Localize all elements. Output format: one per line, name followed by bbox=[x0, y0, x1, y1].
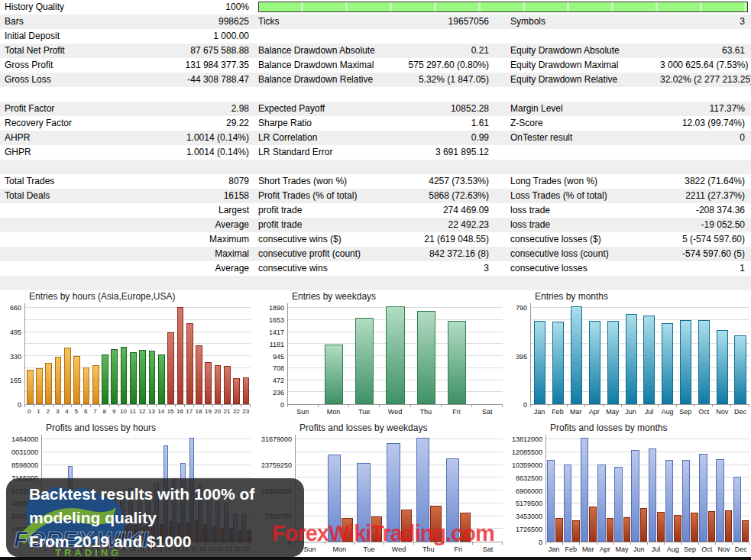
loss-bar bbox=[607, 518, 614, 542]
profit-bar bbox=[597, 465, 605, 542]
bar bbox=[680, 320, 691, 404]
x-tick-label: 19 bbox=[203, 407, 212, 416]
y-tick-label: 790 bbox=[516, 304, 527, 312]
y-tick-label: 0 bbox=[18, 401, 21, 409]
x-tick-label: Feb bbox=[562, 545, 579, 554]
bar-slot bbox=[288, 308, 319, 404]
bar-slot bbox=[694, 308, 713, 404]
stat-label: Balance Drawdown Maximal bbox=[252, 58, 405, 73]
stats-row: Averageprofit trade22 492.23loss trade-1… bbox=[0, 218, 751, 232]
stat-label bbox=[489, 160, 660, 174]
bar-slot bbox=[585, 308, 604, 404]
bar bbox=[158, 354, 165, 404]
bar-slot bbox=[640, 308, 659, 404]
stat-value: 1.0014 (0.14%) bbox=[130, 131, 252, 145]
x-tick-label: Fri bbox=[441, 407, 471, 416]
stat-label: consecutive losses ($) bbox=[489, 232, 660, 247]
y-tick-label: 31679000 bbox=[261, 435, 292, 443]
chart-title: Entries by weekdays bbox=[292, 291, 503, 303]
bar-slot bbox=[699, 439, 716, 542]
stat-value bbox=[405, 276, 489, 290]
bar bbox=[64, 348, 71, 404]
stats-row: Gross Loss-44 308 788.47Balance Drawdown… bbox=[0, 73, 751, 87]
stats-row: Bars998625Ticks19657056Symbols3 bbox=[0, 15, 751, 29]
bar bbox=[186, 323, 193, 404]
stat-label: Total Net Profit bbox=[0, 44, 130, 58]
x-tick-label: Jul bbox=[640, 407, 659, 416]
bar-slot bbox=[731, 308, 749, 404]
x-tick-label: Wed bbox=[380, 407, 410, 416]
stat-label bbox=[252, 160, 405, 174]
bar-slot bbox=[194, 308, 203, 404]
bar-slot bbox=[563, 439, 580, 542]
bar-slot bbox=[176, 308, 185, 404]
x-tick-label: Nov bbox=[713, 407, 731, 416]
bar bbox=[386, 306, 404, 404]
x-tick-label: 4 bbox=[62, 407, 71, 416]
bar-slot bbox=[546, 439, 563, 542]
bar-slot bbox=[91, 308, 100, 404]
bar bbox=[196, 345, 202, 404]
stat-value: 117.37% bbox=[660, 102, 751, 116]
stat-label: loss trade bbox=[489, 218, 660, 232]
stat-value: 10852.28 bbox=[405, 102, 489, 116]
stat-value: 1 bbox=[660, 261, 751, 276]
stat-value: 0.99 bbox=[405, 131, 489, 145]
stat-value: 3 000 625.64 (7.53%) bbox=[660, 58, 751, 73]
stat-label bbox=[489, 276, 660, 290]
stat-value bbox=[130, 87, 252, 102]
stat-value: 16158 bbox=[130, 189, 252, 203]
stat-value: Average bbox=[130, 261, 252, 276]
x-tick-label: 12 bbox=[138, 407, 147, 416]
stats-row bbox=[0, 276, 751, 290]
stat-value: 22 492.23 bbox=[405, 218, 489, 232]
stat-label bbox=[0, 232, 130, 247]
x-tick-label: Tue bbox=[349, 407, 380, 416]
stats-row: Gross Profit131 984 377.35Balance Drawdo… bbox=[0, 58, 751, 73]
bar-slot bbox=[604, 308, 622, 404]
x-tick-label: Jun bbox=[630, 545, 647, 554]
y-tick-label: 495 bbox=[10, 329, 21, 336]
x-tick-label: 22 bbox=[231, 407, 241, 416]
bar-slot bbox=[713, 308, 731, 404]
x-tick-label: May bbox=[604, 407, 622, 416]
stat-label bbox=[0, 247, 130, 261]
y-tick-label: 1890 bbox=[269, 304, 284, 312]
x-tick-label: Mar bbox=[567, 407, 585, 416]
bar-slot bbox=[442, 308, 472, 404]
x-tick-label: 10 bbox=[118, 407, 128, 416]
bar bbox=[205, 362, 212, 404]
bar-slot bbox=[659, 308, 677, 404]
stat-value: -44 308 788.47 bbox=[130, 73, 252, 87]
stat-value: 3 691 895.12 bbox=[405, 145, 489, 160]
bar bbox=[55, 357, 62, 404]
x-tick-label: 16 bbox=[175, 407, 184, 416]
stats-row: History Quality100% bbox=[0, 0, 751, 15]
bar-slot bbox=[53, 308, 63, 404]
y-tick-label: 0 bbox=[523, 401, 527, 409]
stat-value: 21 (619 048.55) bbox=[405, 232, 489, 247]
bar bbox=[177, 307, 184, 404]
chart-title: Entries by months bbox=[535, 291, 749, 303]
stat-label bbox=[0, 160, 130, 174]
x-tick-label: 11 bbox=[128, 407, 138, 416]
stat-value: 3 bbox=[660, 15, 751, 29]
stat-label: Balance Drawdown Relative bbox=[252, 73, 405, 87]
stat-label: consecutive wins ($) bbox=[252, 232, 405, 247]
bar-slot bbox=[82, 308, 91, 404]
loss-bar bbox=[640, 508, 648, 542]
bar bbox=[355, 318, 374, 404]
x-tick-label: 21 bbox=[222, 407, 231, 416]
bar-slot bbox=[648, 439, 665, 542]
stat-label bbox=[252, 276, 405, 290]
x-tick-label: 8 bbox=[100, 407, 109, 416]
bar bbox=[534, 321, 545, 404]
stat-label: GHPR bbox=[0, 145, 130, 160]
x-tick-label: 14 bbox=[157, 407, 166, 416]
bar bbox=[36, 368, 43, 404]
bar-slot bbox=[34, 308, 44, 404]
x-tick-label: 0 bbox=[24, 407, 34, 416]
stat-label: Sharpe Ratio bbox=[252, 116, 405, 131]
stat-value bbox=[405, 160, 489, 174]
stat-label bbox=[0, 203, 130, 218]
